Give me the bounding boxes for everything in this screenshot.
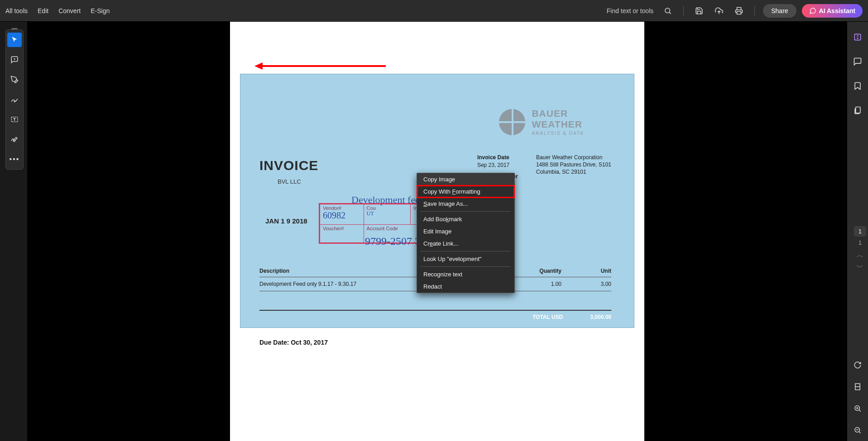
total-row: TOTAL USD 3,000.00: [259, 310, 611, 320]
ctx-copy-with-formatting[interactable]: Copy With Formatting: [417, 185, 514, 198]
ctx-edit-image[interactable]: Edit Image: [417, 225, 514, 237]
save-icon[interactable]: [692, 4, 706, 18]
zoom-in-icon[interactable]: [850, 401, 865, 416]
total-value: 3,000.00: [590, 314, 611, 320]
rotate-icon[interactable]: [850, 358, 865, 372]
received-date-stamp: JAN 1 9 2018: [265, 217, 307, 225]
svg-point-0: [665, 8, 670, 13]
total-pages: 1: [854, 238, 866, 247]
page-down-icon[interactable]: ﹀: [856, 263, 863, 272]
invoice-bill-to: BVL LLC: [278, 178, 301, 185]
svg-rect-9: [856, 107, 860, 113]
menu-edit[interactable]: Edit: [38, 7, 48, 14]
comments-panel-icon[interactable]: [850, 54, 865, 69]
top-toolbar: All tools Edit Convert E-Sign Find text …: [0, 0, 868, 22]
text-box-tool[interactable]: [7, 112, 22, 127]
total-label: TOTAL USD: [532, 314, 563, 320]
logo-subtitle: ANALYSIS & DATA: [532, 131, 584, 136]
sign-tool[interactable]: [7, 132, 22, 147]
svg-line-18: [859, 432, 860, 433]
ctx-create-link[interactable]: Create Link...: [417, 237, 514, 250]
comment-tool[interactable]: [7, 52, 22, 67]
svg-line-15: [859, 410, 860, 411]
page-up-icon[interactable]: ︿: [856, 251, 863, 260]
pages-panel-icon[interactable]: [850, 103, 865, 118]
ai-assistant-label: AI Assistant: [819, 7, 855, 14]
zoom-out-icon[interactable]: [850, 423, 865, 437]
print-icon[interactable]: [732, 4, 746, 18]
select-tool[interactable]: [7, 33, 22, 47]
annotation-arrow: [254, 62, 386, 71]
logo-name: BAUER WEATHER: [532, 108, 584, 130]
ctx-copy-image[interactable]: Copy Image: [417, 173, 514, 185]
cloud-upload-icon[interactable]: [712, 4, 726, 18]
ai-assistant-button[interactable]: AI Assistant: [802, 4, 863, 18]
ctx-separator: [421, 266, 511, 267]
ctx-separator: [421, 251, 511, 251]
ctx-look-up[interactable]: Look Up "evelopment": [417, 253, 514, 265]
find-label[interactable]: Find text or tools: [607, 7, 654, 14]
menu-all-tools[interactable]: All tools: [5, 7, 28, 14]
svg-rect-2: [737, 11, 741, 14]
svg-rect-8: [854, 34, 860, 40]
page-display-icon[interactable]: [850, 379, 865, 394]
ctx-redact[interactable]: Redact: [417, 280, 514, 293]
share-button[interactable]: Share: [763, 4, 796, 18]
left-tool-rail: •••: [5, 29, 24, 170]
logo-mark-icon: [499, 109, 525, 135]
view-controls: [847, 358, 868, 437]
company-addr2: Columbia, SC 29101: [536, 169, 611, 175]
ctx-add-bookmark[interactable]: Add Bookmark: [417, 213, 514, 225]
highlight-tool[interactable]: [7, 72, 22, 87]
search-icon[interactable]: [661, 4, 675, 18]
divider: [754, 6, 755, 16]
more-tools-icon[interactable]: •••: [7, 152, 22, 166]
generative-panel-icon[interactable]: [850, 30, 865, 44]
draw-tool[interactable]: [7, 92, 22, 107]
invoice-date-value: Sep 23, 2017: [477, 162, 518, 168]
due-date: Due Date: Oct 30, 2017: [259, 339, 328, 346]
ctx-save-image-as[interactable]: Save Image As...: [417, 198, 514, 210]
invoice-title: INVOICE: [259, 158, 318, 173]
current-page[interactable]: 1: [854, 226, 866, 237]
menu-convert[interactable]: Convert: [58, 7, 81, 14]
svg-marker-7: [254, 62, 263, 70]
ctx-recognize-text[interactable]: Recognize text: [417, 268, 514, 280]
company-logo: BAUER WEATHER ANALYSIS & DATA: [499, 108, 584, 136]
company-addr1: 1488 Still Pastures Drive, S101: [536, 161, 611, 168]
divider: [683, 6, 684, 16]
chat-sparkle-icon: [809, 7, 816, 14]
ctx-separator: [421, 211, 511, 212]
company-name: Bauer Weather Corporation: [536, 154, 611, 161]
col-unit: Unit: [561, 268, 611, 274]
bookmarks-panel-icon[interactable]: [850, 79, 865, 93]
invoice-date-label: Invoice Date: [477, 154, 518, 161]
page-indicator: 1 1 ︿ ﹀: [854, 226, 866, 272]
svg-line-1: [670, 12, 671, 14]
context-menu: Copy Image Copy With Formatting Save Ima…: [417, 173, 515, 293]
menu-esign[interactable]: E-Sign: [91, 7, 110, 14]
